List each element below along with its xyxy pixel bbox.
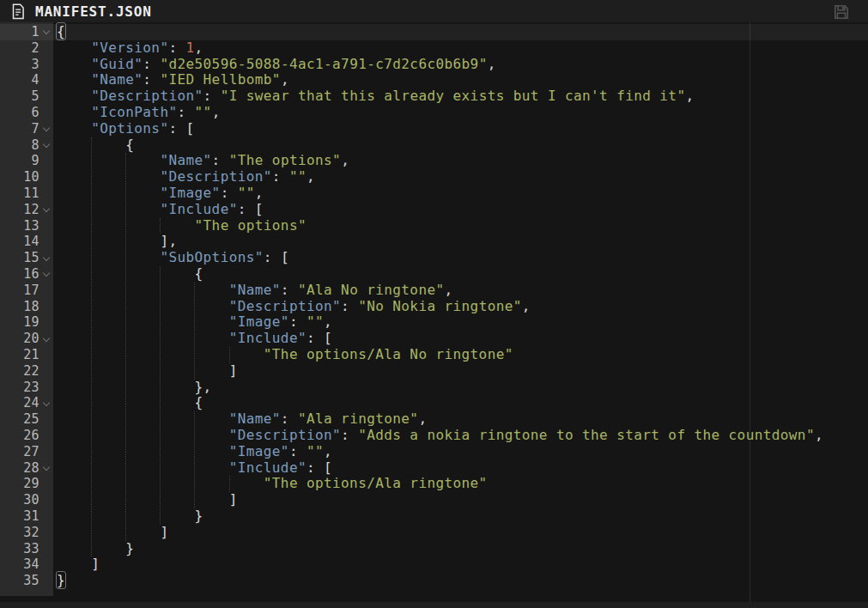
- code-line[interactable]: "Include": [: [53, 331, 868, 347]
- code-line[interactable]: }: [53, 508, 868, 525]
- code-line[interactable]: }: [53, 541, 868, 557]
- code-line[interactable]: "Description": "I swear that this alread…: [53, 88, 868, 105]
- code-line[interactable]: "Name": "IED Hellbomb",: [53, 72, 868, 88]
- fold-slot: [39, 428, 53, 444]
- code-line[interactable]: {: [53, 137, 868, 154]
- code-line[interactable]: "Name": "Ala No ringtone",: [53, 283, 868, 299]
- fold-slot: [39, 88, 53, 105]
- line-number: 27: [0, 444, 39, 460]
- save-button[interactable]: [832, 3, 851, 21]
- line-number: 22: [0, 363, 39, 380]
- fold-slot: [39, 444, 53, 460]
- code-line[interactable]: "SubOptions": [: [53, 250, 868, 266]
- fold-slot: [39, 299, 53, 315]
- fold-slot: [39, 218, 53, 234]
- code-line[interactable]: "Version": 1,: [53, 40, 868, 57]
- code-line[interactable]: "Include": [: [53, 460, 868, 477]
- fold-arrow[interactable]: [39, 460, 53, 477]
- line-number: 17: [0, 283, 39, 299]
- fold-arrow[interactable]: [39, 137, 53, 154]
- line-number: 18: [0, 299, 39, 315]
- editor-pane[interactable]: 1234567891011121314151617181920212223242…: [0, 22, 868, 602]
- save-icon: [833, 3, 850, 21]
- chevron-down-icon: [43, 253, 50, 260]
- line-number: 29: [0, 476, 39, 492]
- line-number: 14: [0, 234, 39, 250]
- line-number: 24: [0, 395, 39, 411]
- line-number: 26: [0, 428, 39, 444]
- line-number: 3: [0, 57, 39, 73]
- fold-slot: [39, 283, 53, 299]
- editor-window: MANIFEST.JSON 12345678910111213141516171…: [0, 0, 868, 608]
- code-line[interactable]: "Name": "Ala ringtone",: [53, 411, 868, 428]
- code-line[interactable]: {: [53, 395, 868, 411]
- fold-arrow[interactable]: [39, 331, 53, 347]
- fold-arrow[interactable]: [39, 202, 53, 218]
- code-line[interactable]: ]: [53, 556, 868, 573]
- line-number: 6: [0, 105, 39, 121]
- fold-slot: [39, 314, 53, 331]
- code-line[interactable]: "Image": "",: [53, 185, 868, 202]
- bottom-edge: [0, 602, 868, 608]
- chevron-down-icon: [43, 464, 50, 471]
- fold-arrow[interactable]: [39, 121, 53, 137]
- chevron-down-icon: [43, 398, 50, 405]
- line-number: 30: [0, 492, 39, 508]
- code-line[interactable]: "The options/Ala No ringtone": [53, 347, 868, 363]
- line-number: 4: [0, 72, 39, 88]
- fold-slot: [39, 525, 53, 541]
- line-number: 5: [0, 88, 39, 105]
- code-line[interactable]: ],: [53, 234, 868, 250]
- fold-arrow[interactable]: [39, 395, 53, 411]
- file-icon: [11, 3, 25, 20]
- code-line[interactable]: },: [53, 380, 868, 396]
- file-title: MANIFEST.JSON: [35, 3, 152, 20]
- code-line[interactable]: "IconPath": "",: [53, 105, 868, 121]
- code-line[interactable]: ]: [53, 525, 868, 541]
- line-number: 2: [0, 40, 39, 57]
- line-number: 32: [0, 525, 39, 541]
- code-line[interactable]: "Guid": "d2e50596-5088-4ac1-a791-c7d2c6c…: [53, 57, 868, 73]
- line-number: 10: [0, 169, 39, 185]
- line-number: 23: [0, 380, 39, 396]
- code-line[interactable]: "Description": "",: [53, 169, 868, 185]
- line-number: 1: [0, 24, 39, 40]
- code-line[interactable]: ]: [53, 363, 868, 380]
- code-line[interactable]: "The options": [53, 218, 868, 234]
- line-number: 8: [0, 137, 39, 154]
- line-number: 15: [0, 250, 39, 266]
- chevron-down-icon: [43, 125, 50, 131]
- fold-slot: [39, 492, 53, 508]
- line-number: 21: [0, 347, 39, 363]
- code-line[interactable]: "Description": "No Nokia ringtone",: [53, 299, 868, 315]
- fold-slot: [39, 363, 53, 380]
- code-line[interactable]: {: [53, 24, 868, 40]
- code-line[interactable]: "The options/Ala ringtone": [53, 476, 868, 492]
- code-line[interactable]: "Description": "Adds a nokia ringtone to…: [53, 428, 868, 444]
- fold-slot: [39, 541, 53, 557]
- line-number: 31: [0, 508, 39, 525]
- line-number: 16: [0, 266, 39, 283]
- fold-slot: [39, 234, 53, 250]
- chevron-down-icon: [43, 270, 50, 277]
- fold-arrow[interactable]: [39, 250, 53, 266]
- fold-arrow[interactable]: [39, 266, 53, 283]
- code-line[interactable]: "Name": "The options",: [53, 153, 868, 169]
- fold-slot: [39, 72, 53, 88]
- fold-arrow[interactable]: [39, 24, 53, 40]
- code-line[interactable]: "Image": "",: [53, 314, 868, 331]
- fold-slot: [39, 380, 53, 396]
- chevron-down-icon: [43, 205, 50, 212]
- code-line[interactable]: "Include": [: [53, 202, 868, 218]
- gutter: 1234567891011121314151617181920212223242…: [0, 22, 53, 596]
- fold-slot: [39, 411, 53, 428]
- code-line[interactable]: "Image": "",: [53, 444, 868, 460]
- code-area[interactable]: { "Version": 1, "Guid": "d2e50596-5088-4…: [53, 24, 868, 589]
- line-number: 34: [0, 556, 39, 573]
- code-line[interactable]: "Options": [: [53, 121, 868, 137]
- code-line[interactable]: ]: [53, 492, 868, 508]
- line-number: 35: [0, 573, 39, 589]
- code-line[interactable]: {: [53, 266, 868, 283]
- code-line[interactable]: }: [53, 573, 868, 589]
- line-number: 7: [0, 121, 39, 137]
